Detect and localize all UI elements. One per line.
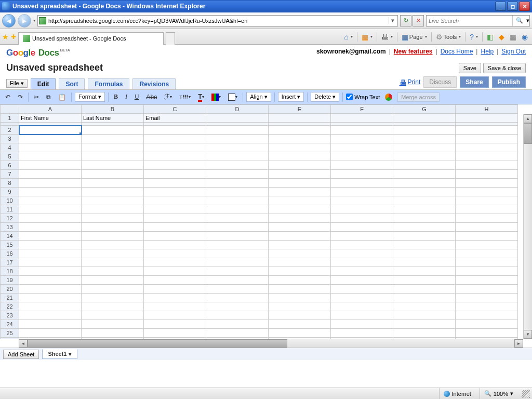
cell[interactable] bbox=[144, 232, 206, 241]
cell[interactable] bbox=[393, 161, 456, 170]
cell[interactable] bbox=[456, 135, 518, 143]
cell[interactable] bbox=[144, 294, 206, 302]
cell[interactable] bbox=[19, 188, 82, 196]
close-button[interactable]: ✕ bbox=[519, 2, 530, 11]
cell[interactable] bbox=[19, 223, 82, 232]
forward-button[interactable]: ► bbox=[18, 14, 31, 28]
sign-out-link[interactable]: Sign Out bbox=[501, 48, 526, 55]
cell[interactable] bbox=[206, 232, 269, 241]
cell[interactable] bbox=[331, 135, 393, 143]
cell[interactable] bbox=[206, 285, 269, 294]
cell[interactable] bbox=[393, 188, 456, 196]
cell[interactable] bbox=[269, 188, 331, 196]
copy-button[interactable]: ⧉ bbox=[44, 92, 53, 102]
cell[interactable] bbox=[393, 223, 456, 232]
cell[interactable] bbox=[206, 170, 269, 179]
row-header[interactable]: 8 bbox=[1, 179, 19, 188]
cell[interactable] bbox=[269, 258, 331, 267]
row-header[interactable]: 19 bbox=[1, 276, 19, 285]
cell[interactable] bbox=[144, 152, 206, 161]
cell[interactable] bbox=[269, 294, 331, 302]
address-bar[interactable]: ▾ bbox=[37, 15, 398, 26]
cell[interactable] bbox=[206, 320, 269, 329]
row-header[interactable]: 20 bbox=[1, 285, 19, 294]
cell[interactable] bbox=[269, 114, 331, 123]
toolbar-ext-2[interactable]: ◆ bbox=[497, 31, 507, 43]
cell[interactable] bbox=[269, 241, 331, 249]
cell[interactable] bbox=[269, 214, 331, 223]
share-button[interactable]: Share bbox=[460, 76, 488, 88]
cell[interactable] bbox=[82, 170, 144, 179]
cell[interactable] bbox=[206, 114, 269, 123]
cell[interactable] bbox=[393, 143, 456, 152]
cell[interactable] bbox=[82, 276, 144, 285]
row-header[interactable]: 10 bbox=[1, 196, 19, 205]
cell[interactable] bbox=[331, 320, 393, 329]
cell[interactable] bbox=[456, 320, 518, 329]
cell[interactable] bbox=[144, 311, 206, 320]
file-menu[interactable]: File ▾ bbox=[6, 79, 28, 88]
cell[interactable] bbox=[206, 302, 269, 311]
cell[interactable] bbox=[393, 329, 456, 338]
cell[interactable] bbox=[19, 179, 82, 188]
cell[interactable] bbox=[393, 320, 456, 329]
bold-button[interactable]: B bbox=[112, 92, 120, 102]
cell[interactable] bbox=[331, 170, 393, 179]
cell[interactable] bbox=[144, 267, 206, 276]
row-header[interactable]: 11 bbox=[1, 205, 19, 214]
cell[interactable] bbox=[269, 311, 331, 320]
row-header[interactable]: 6 bbox=[1, 161, 19, 170]
cell[interactable] bbox=[82, 135, 144, 143]
tab-revisions[interactable]: Revisions bbox=[132, 78, 176, 89]
new-tab-button[interactable] bbox=[166, 32, 175, 45]
discuss-button[interactable]: Discuss bbox=[423, 76, 457, 88]
paste-button[interactable]: 📋 bbox=[56, 92, 68, 102]
cell[interactable] bbox=[19, 320, 82, 329]
cell[interactable] bbox=[144, 302, 206, 311]
cell[interactable] bbox=[456, 267, 518, 276]
cell[interactable] bbox=[393, 179, 456, 188]
font-family-button[interactable]: ℱ▾ bbox=[162, 91, 174, 102]
cell[interactable] bbox=[269, 249, 331, 258]
cell[interactable] bbox=[331, 143, 393, 152]
row-header[interactable]: 18 bbox=[1, 267, 19, 276]
tools-menu[interactable]: ⚙ Tools bbox=[434, 31, 463, 43]
cell[interactable] bbox=[144, 205, 206, 214]
cell[interactable] bbox=[331, 329, 393, 338]
favorites-star-icon[interactable]: ★ bbox=[2, 33, 9, 41]
cell[interactable] bbox=[19, 152, 82, 161]
cell[interactable] bbox=[82, 311, 144, 320]
cell[interactable] bbox=[331, 232, 393, 241]
cell[interactable] bbox=[82, 302, 144, 311]
cell[interactable] bbox=[206, 267, 269, 276]
home-button[interactable]: ⌂ bbox=[342, 31, 354, 43]
cell[interactable] bbox=[144, 258, 206, 267]
format-menu[interactable]: Format ▾ bbox=[75, 92, 105, 102]
sheet-tab[interactable]: Sheet1 ▾ bbox=[42, 349, 77, 359]
cell[interactable] bbox=[393, 205, 456, 214]
row-header[interactable]: 9 bbox=[1, 188, 19, 196]
scroll-up-icon[interactable]: ▲ bbox=[524, 114, 532, 123]
resize-grip[interactable] bbox=[522, 390, 530, 398]
undo-button[interactable]: ↶ bbox=[3, 92, 12, 102]
cell[interactable] bbox=[19, 143, 82, 152]
cell[interactable] bbox=[269, 320, 331, 329]
column-header[interactable]: G bbox=[393, 105, 456, 114]
chart-icon[interactable] bbox=[383, 92, 394, 102]
cell[interactable] bbox=[206, 258, 269, 267]
cell[interactable] bbox=[393, 267, 456, 276]
column-header[interactable]: D bbox=[206, 105, 269, 114]
cell[interactable] bbox=[206, 126, 269, 135]
cell[interactable] bbox=[82, 196, 144, 205]
cell[interactable] bbox=[269, 196, 331, 205]
cell[interactable] bbox=[331, 126, 393, 135]
cell[interactable] bbox=[269, 276, 331, 285]
doc-title[interactable]: Unsaved spreadsheet bbox=[6, 62, 103, 73]
delete-menu[interactable]: Delete ▾ bbox=[311, 92, 339, 102]
cell[interactable] bbox=[269, 329, 331, 338]
cell[interactable]: Last Name bbox=[82, 114, 144, 123]
cell[interactable] bbox=[331, 223, 393, 232]
font-size-button[interactable]: т𝍖▾ bbox=[177, 92, 193, 102]
cell[interactable] bbox=[456, 285, 518, 294]
cell[interactable] bbox=[82, 267, 144, 276]
